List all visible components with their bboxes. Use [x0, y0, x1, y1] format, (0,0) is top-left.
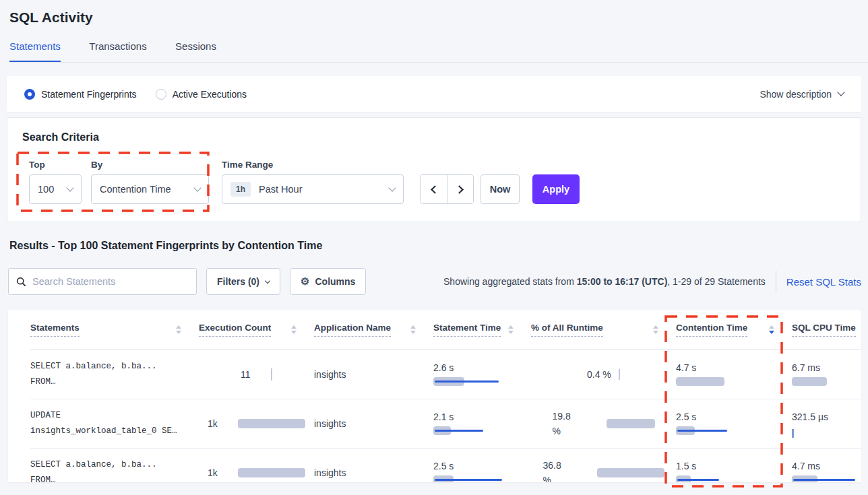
col-header-execution-count[interactable]: Execution Count: [199, 310, 314, 350]
col-header-contention-time[interactable]: Contention Time: [676, 310, 792, 350]
contention-time-cell: 4.7 s: [676, 350, 792, 399]
search-icon: [16, 277, 26, 287]
tab-statements[interactable]: Statements: [9, 40, 61, 62]
execution-count-cell: 1k: [199, 449, 314, 482]
columns-button[interactable]: ⚙ Columns: [290, 268, 366, 295]
time-range-badge: 1h: [230, 182, 251, 197]
sql-cpu-time-cell: 4.7 ms: [792, 449, 861, 482]
tab-sessions[interactable]: Sessions: [175, 40, 216, 61]
chevron-down-icon: [66, 184, 73, 191]
pct-runtime-cell: 0.4 %: [531, 350, 676, 399]
time-range-label: Time Range: [222, 160, 404, 170]
filters-button[interactable]: Filters (0): [206, 268, 280, 295]
application-name-cell: insights: [314, 399, 433, 448]
table-row[interactable]: UPDATE insights_workload_table_0 SE… 1k …: [30, 399, 861, 449]
by-select[interactable]: Contention Time: [91, 174, 209, 204]
by-value: Contention Time: [100, 184, 171, 195]
show-description-label: Show description: [760, 89, 832, 100]
bar: [597, 468, 664, 477]
radio-active-executions[interactable]: Active Executions: [156, 89, 247, 100]
chevron-down-icon: [193, 184, 201, 191]
statement-time-cell: 2.1 s: [433, 399, 531, 448]
filters-label: Filters (0): [217, 276, 259, 287]
radio-unselected-icon: [156, 89, 166, 100]
radio-label: Statement Fingerprints: [41, 89, 137, 100]
statement-cell[interactable]: SELECT a.balance, b.ba... FROM…: [30, 350, 199, 399]
top-select[interactable]: 100: [29, 174, 82, 204]
next-time-button[interactable]: [447, 175, 473, 203]
contention-time-cell: 2.5 s: [676, 399, 792, 448]
apply-button[interactable]: Apply: [532, 174, 580, 204]
statement-time-cell: 2.6 s: [433, 350, 531, 399]
statement-time-cell: 2.5 s: [433, 449, 531, 482]
execution-count-cell: 11: [199, 350, 314, 399]
gear-icon: ⚙: [301, 275, 309, 288]
search-statements-input[interactable]: [32, 276, 189, 287]
pct-runtime-cell: 19.8 %: [531, 399, 676, 448]
chevron-down-icon: [388, 184, 396, 191]
pct-runtime-cell: 36.8 %: [531, 449, 676, 482]
table-row[interactable]: SELECT a.balance, b.ba... FROM… 1k insig…: [30, 449, 861, 482]
bar-tick: [619, 369, 620, 380]
col-header-pct-all-runtime[interactable]: % of All Runtime: [531, 310, 676, 350]
execution-count-cell: 1k: [199, 399, 314, 448]
now-button[interactable]: Now: [480, 174, 520, 204]
bar-tick: [271, 368, 272, 381]
chevron-down-icon: [265, 277, 270, 283]
sql-cpu-time-cell: 6.7 ms: [792, 350, 861, 399]
columns-label: Columns: [315, 276, 355, 287]
col-header-statements[interactable]: Statements: [30, 310, 199, 350]
chevron-right-icon: [455, 185, 464, 194]
sort-icon[interactable]: [410, 325, 416, 334]
divider: [776, 270, 776, 293]
results-heading: Results - Top 100 Statement Fingerprints…: [9, 240, 868, 252]
top-field: Top 100: [29, 160, 82, 204]
aggregated-stats-text: Showing aggregated stats from 15:00 to 1…: [443, 276, 766, 287]
sort-icon[interactable]: [291, 325, 297, 334]
search-criteria-panel: Search Criteria Top 100 By Contention Ti…: [7, 117, 861, 222]
time-range-select[interactable]: 1h Past Hour: [222, 174, 404, 204]
bar: [607, 419, 655, 428]
bar-tick: [792, 429, 794, 438]
by-label: By: [91, 160, 209, 170]
table-row[interactable]: SELECT a.balance, b.ba... FROM… 11 insig…: [30, 350, 861, 399]
top-label: Top: [29, 160, 82, 170]
tab-transactions[interactable]: Transactions: [89, 40, 146, 61]
top-value: 100: [38, 184, 54, 195]
chevron-left-icon: [431, 185, 439, 194]
time-range-field: Time Range 1h Past Hour: [222, 160, 404, 204]
results-toolbar: Filters (0) ⚙ Columns Showing aggregated…: [8, 268, 861, 295]
sort-icon-descending[interactable]: [769, 325, 774, 334]
bar: [238, 419, 305, 428]
radio-selected-icon: [24, 89, 35, 100]
application-name-cell: insights: [314, 449, 433, 482]
statement-cell[interactable]: SELECT a.balance, b.ba... FROM…: [30, 449, 199, 482]
sort-icon[interactable]: [653, 325, 658, 334]
reset-sql-stats-link[interactable]: Reset SQL Stats: [786, 276, 861, 288]
by-field: By Contention Time: [91, 160, 209, 204]
contention-time-cell: 1.5 s: [676, 449, 792, 482]
radio-label: Active Executions: [173, 89, 247, 100]
sort-icon[interactable]: [508, 325, 514, 334]
col-header-sql-cpu-time[interactable]: SQL CPU Time: [792, 310, 861, 350]
time-range-value: Past Hour: [259, 184, 302, 195]
col-header-application-name[interactable]: Application Name: [314, 310, 433, 350]
sort-icon[interactable]: [176, 325, 181, 334]
search-statements-box: [8, 268, 197, 295]
application-name-cell: insights: [314, 350, 433, 399]
search-criteria-title: Search Criteria: [22, 131, 847, 143]
table-header-row: Statements Execution Count Application N…: [30, 310, 861, 350]
bar: [238, 468, 305, 477]
previous-time-button[interactable]: [421, 175, 447, 203]
col-header-statement-time[interactable]: Statement Time: [433, 310, 531, 350]
radio-statement-fingerprints[interactable]: Statement Fingerprints: [24, 89, 137, 100]
time-range-pager: [420, 174, 474, 204]
view-toggle-bar: Statement Fingerprints Active Executions…: [7, 76, 861, 112]
sql-cpu-time-cell: 321.5 µs: [792, 399, 861, 448]
statement-cell[interactable]: UPDATE insights_workload_table_0 SE…: [30, 399, 199, 448]
chevron-down-icon: [837, 88, 844, 96]
statements-table: Statements Execution Count Application N…: [8, 310, 861, 482]
page-title: SQL Activity: [9, 9, 868, 26]
tab-bar: Statements Transactions Sessions: [9, 40, 868, 63]
show-description-toggle[interactable]: Show description: [760, 89, 844, 100]
